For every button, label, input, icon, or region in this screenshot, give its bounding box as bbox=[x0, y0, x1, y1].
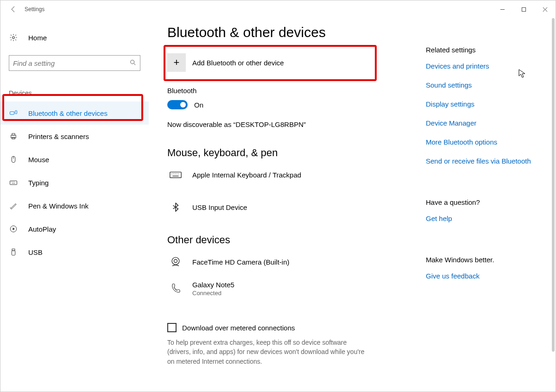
bluetooth-section-label: Bluetooth bbox=[167, 87, 417, 95]
link-device-manager[interactable]: Device Manager bbox=[426, 119, 546, 127]
question-heading: Have a question? bbox=[426, 198, 546, 206]
device-row[interactable]: USB Input Device bbox=[167, 199, 417, 215]
device-status: Connected bbox=[192, 290, 234, 297]
svg-point-31 bbox=[174, 259, 177, 263]
link-more-bluetooth-options[interactable]: More Bluetooth options bbox=[426, 138, 546, 146]
scrollbar[interactable] bbox=[552, 18, 555, 352]
metered-checkbox-row[interactable]: Download over metered connections bbox=[167, 323, 417, 332]
minimize-button[interactable] bbox=[492, 0, 513, 18]
sidebar-item-label: Typing bbox=[28, 179, 49, 187]
close-button[interactable] bbox=[534, 0, 556, 18]
device-name: USB Input Device bbox=[192, 203, 247, 211]
camera-icon bbox=[167, 253, 184, 270]
keyboard-device-icon bbox=[167, 166, 184, 183]
svg-marker-20 bbox=[13, 228, 15, 230]
home-nav[interactable]: Home bbox=[0, 26, 149, 49]
svg-line-6 bbox=[134, 63, 136, 65]
sidebar-item-pen[interactable]: Pen & Windows Ink bbox=[0, 194, 149, 217]
related-settings-heading: Related settings bbox=[426, 46, 546, 54]
link-send-receive-bluetooth[interactable]: Send or receive files via Bluetooth bbox=[426, 157, 546, 165]
sidebar-item-label: Pen & Windows Ink bbox=[28, 202, 88, 210]
phone-icon bbox=[167, 280, 184, 297]
svg-rect-21 bbox=[12, 249, 15, 251]
bluetooth-devices-icon bbox=[9, 108, 18, 118]
mouse-icon bbox=[9, 155, 18, 164]
window-title: Settings bbox=[23, 6, 44, 13]
page-title: Bluetooth & other devices bbox=[167, 25, 417, 40]
back-button[interactable] bbox=[4, 0, 23, 18]
sidebar-item-label: Mouse bbox=[28, 156, 49, 164]
sidebar-item-label: Printers & scanners bbox=[28, 133, 89, 140]
device-name: FaceTime HD Camera (Built-in) bbox=[192, 258, 289, 266]
feedback-heading: Make Windows better. bbox=[426, 256, 546, 264]
add-device-label: Add Bluetooth or other device bbox=[192, 59, 284, 67]
sidebar-item-autoplay[interactable]: AutoPlay bbox=[0, 217, 149, 240]
maximize-button[interactable] bbox=[513, 0, 534, 18]
mouse-keyboard-heading: Mouse, keyboard, & pen bbox=[167, 147, 417, 159]
device-name: Galaxy Note5 bbox=[192, 281, 234, 289]
other-devices-heading: Other devices bbox=[167, 234, 417, 246]
svg-rect-8 bbox=[15, 111, 17, 114]
link-display-settings[interactable]: Display settings bbox=[426, 100, 546, 108]
svg-point-4 bbox=[13, 37, 15, 39]
device-name: Apple Internal Keyboard / Trackpad bbox=[192, 171, 301, 179]
main-content: Bluetooth & other devices + Add Bluetoot… bbox=[149, 18, 426, 392]
device-row[interactable]: Apple Internal Keyboard / Trackpad bbox=[167, 166, 417, 183]
device-row[interactable]: Galaxy Note5 Connected bbox=[167, 280, 417, 297]
sidebar-item-usb[interactable]: USB bbox=[0, 240, 149, 264]
usb-icon bbox=[9, 247, 18, 257]
bluetooth-device-icon bbox=[167, 199, 184, 215]
svg-point-30 bbox=[172, 257, 179, 265]
sidebar-item-typing[interactable]: Typing bbox=[0, 171, 149, 194]
link-sound-settings[interactable]: Sound settings bbox=[426, 81, 546, 89]
sidebar-item-printers[interactable]: Printers & scanners bbox=[0, 125, 149, 148]
right-pane: Related settings Devices and printers So… bbox=[426, 18, 556, 392]
link-give-feedback[interactable]: Give us feedback bbox=[426, 272, 546, 280]
device-row[interactable]: FaceTime HD Camera (Built-in) bbox=[167, 253, 417, 270]
keyboard-icon bbox=[9, 178, 18, 187]
sidebar-item-label: USB bbox=[28, 248, 43, 256]
window-controls bbox=[492, 0, 556, 18]
plus-icon: + bbox=[167, 53, 186, 72]
sidebar-item-label: AutoPlay bbox=[28, 225, 56, 233]
add-device-button[interactable]: + Add Bluetooth or other device bbox=[167, 53, 380, 72]
svg-rect-14 bbox=[10, 181, 17, 184]
svg-rect-9 bbox=[11, 135, 16, 138]
link-devices-and-printers[interactable]: Devices and printers bbox=[426, 62, 546, 70]
discoverable-text: Now discoverable as “DESKTOP-LG8RBPN” bbox=[167, 120, 417, 128]
svg-rect-1 bbox=[522, 7, 525, 11]
sidebar-item-label: Bluetooth & other devices bbox=[28, 109, 107, 117]
metered-help-text: To help prevent extra charges, keep this… bbox=[167, 338, 371, 366]
svg-rect-7 bbox=[10, 112, 14, 114]
search-box[interactable] bbox=[9, 55, 140, 71]
sidebar-item-bluetooth[interactable]: Bluetooth & other devices bbox=[0, 101, 149, 125]
devices-section-header: Devices bbox=[0, 71, 149, 101]
bluetooth-toggle[interactable] bbox=[167, 100, 188, 109]
svg-point-5 bbox=[131, 60, 134, 63]
svg-rect-23 bbox=[170, 172, 181, 177]
toggle-state-label: On bbox=[194, 101, 203, 109]
printer-icon bbox=[9, 132, 18, 141]
autoplay-icon bbox=[9, 224, 18, 234]
search-input[interactable] bbox=[13, 59, 130, 67]
search-icon bbox=[130, 59, 136, 67]
sidebar-item-mouse[interactable]: Mouse bbox=[0, 148, 149, 171]
metered-checkbox-label: Download over metered connections bbox=[182, 324, 295, 332]
svg-rect-22 bbox=[12, 251, 15, 255]
svg-rect-10 bbox=[12, 133, 15, 135]
gear-icon bbox=[9, 33, 18, 42]
checkbox[interactable] bbox=[167, 323, 177, 332]
sidebar: Home Devices Bluetooth & other devices P… bbox=[0, 18, 149, 392]
titlebar: Settings bbox=[0, 0, 556, 18]
pen-icon bbox=[9, 201, 18, 210]
link-get-help[interactable]: Get help bbox=[426, 215, 546, 222]
home-label: Home bbox=[28, 34, 47, 42]
